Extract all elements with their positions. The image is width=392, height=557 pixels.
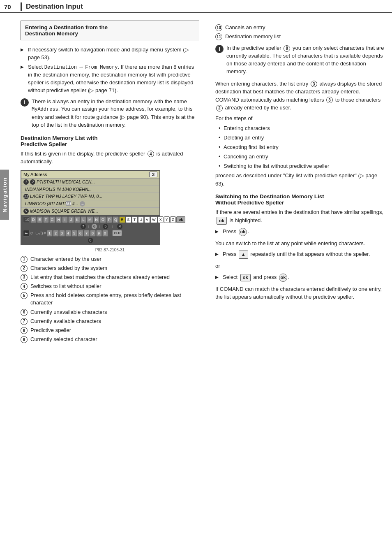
key-D: D <box>30 216 37 223</box>
key-5: 5 <box>71 230 77 237</box>
key-1: 1 <box>47 230 53 237</box>
speller-keypad: 10 D E F G H I J K L M <box>21 215 159 244</box>
section2-title: Destination Memory List withPredictive S… <box>21 135 199 147</box>
page-header: 70 Destination Input <box>0 0 392 13</box>
ok-circle-btn: ok <box>239 228 247 236</box>
legend-item-9: 9 Currently selected character <box>21 336 199 343</box>
legend-item-10: 10 Cancels an entry <box>215 24 385 31</box>
circle-8: 8 <box>284 45 290 52</box>
legend-item-1: 1 Character entered by the user <box>21 255 199 263</box>
ok-badge-1: ok <box>217 217 227 225</box>
section1-box: Entering a Destination from theDestinati… <box>21 21 199 40</box>
legend-item-5: 5 Press and hold deletes complete entry,… <box>21 292 199 306</box>
legend-item-11: 11 Destination memory list <box>215 33 385 40</box>
key-7: 7 <box>84 230 90 237</box>
key-9: 9 <box>96 230 102 237</box>
press-up-bullet: Press ▲ repeatedly until the list appear… <box>215 251 385 259</box>
ok-circle-btn-2: ok <box>279 274 287 282</box>
info-box-2: i In the predictive speller 8 you can on… <box>215 44 385 75</box>
key-V: V <box>144 216 150 223</box>
section1-bullet-list: If necessary switch to navigation mode a… <box>21 46 199 95</box>
step-2: Deleting an entry <box>218 134 385 142</box>
step-4: Canceling an entry <box>218 153 385 161</box>
key-S: S <box>126 216 131 223</box>
legend-item-3: 3 List entry that best matches the chara… <box>21 274 199 281</box>
circle-4: 4 <box>148 151 154 157</box>
key-E: E <box>37 216 43 223</box>
key-Z: Z <box>170 216 176 223</box>
up-arrow-btn: ▲ <box>239 251 248 259</box>
speller-list-item-1: 1 2 PTIST/ALTH MEDICAL CEN... <box>21 179 159 186</box>
section3-title: Switching to the Destination Memory List… <box>215 193 385 206</box>
legend-item-7: 7 Currently available characters <box>21 318 199 325</box>
section3-para2: You can switch to the list at any point … <box>215 239 385 248</box>
speller-list-item-2: INDIANAPOLIS IN 1840 KOEHN... <box>21 186 159 193</box>
section2-intro: If this list is given in the display, th… <box>21 150 199 166</box>
legend-item-4: 4 Switches to list without speller <box>21 283 199 290</box>
sidebar-nav-label: Navigation <box>0 169 9 220</box>
press-ok-bullet: Press ok. <box>215 228 385 236</box>
key-P: P <box>106 216 112 223</box>
key-I: I <box>62 216 68 223</box>
key-ok: ok <box>176 216 186 223</box>
info-text-1: There is always an entry in the destinat… <box>32 98 199 129</box>
key-U: U <box>138 216 144 223</box>
key-2: 2 <box>53 230 59 237</box>
section1-title: Entering a Destination from theDestinati… <box>25 24 195 37</box>
circle-3b: 3 <box>326 97 333 103</box>
speller-list-item-4: LINWOOD (ATLANTINJ 4... ... <box>21 200 159 208</box>
step-1: Entering characters <box>218 125 385 132</box>
key-W: W <box>150 216 157 223</box>
legend-item-6: 6 Currently unavailable characters <box>21 309 199 316</box>
or-line: or <box>215 262 385 270</box>
section3-para3: If COMAND can match the characters enter… <box>215 285 385 301</box>
key-clr: CLR <box>112 230 122 236</box>
legend-item-8: 8 Predictive speller <box>21 327 199 334</box>
key-K: K <box>74 216 80 223</box>
speller-diagram: My Address 3 1 2 PTIST/ALTH MEDICAL CEN.… <box>21 170 160 245</box>
key-T: T <box>132 216 138 223</box>
info-icon-1: i <box>21 98 29 107</box>
speller-list-item-3: 11 LACEY TWP NJ LACEY TWP-NJ, 0... <box>21 193 159 200</box>
key-4: 4 <box>65 230 71 237</box>
key-N: N <box>94 216 100 223</box>
left-column: Entering a Destination from theDestinati… <box>9 13 206 354</box>
section3-intro: If there are several entries in the dest… <box>215 208 385 224</box>
paragraph-1: When entering characters, the list entry… <box>215 80 385 112</box>
section3-bullet-1: Press ok. <box>215 228 385 236</box>
page-title: Destination Input <box>21 2 83 11</box>
section3-bullet-3: Select ok and press ok. <box>215 274 385 282</box>
key-0: 0 <box>102 230 108 237</box>
legend-list-right: 10 Cancels an entry 11 Destination memor… <box>215 24 385 40</box>
key-Y: Y <box>164 216 170 223</box>
key-8: 8 <box>90 230 96 237</box>
section3-bullet-2: Press ▲ repeatedly until the list appear… <box>215 251 385 259</box>
info-icon-2: i <box>215 45 224 53</box>
proceed-text: proceed as described under "City list wi… <box>215 172 385 188</box>
for-steps-label: For the steps of <box>215 114 385 123</box>
key-X: X <box>158 216 164 223</box>
key-M: M <box>87 216 93 223</box>
steps-list: Entering characters Deleting an entry Ac… <box>218 125 385 170</box>
key-L: L <box>81 216 86 223</box>
key-R: R <box>119 216 125 223</box>
select-ok-bullet: Select ok and press ok. <box>215 274 385 282</box>
speller-list-item-5: 9 MADISON SQUARE GRDEN WE... <box>21 208 159 215</box>
legend-item-2: 2 Characters added by the system <box>21 265 199 272</box>
key-H: H <box>56 216 62 223</box>
speller-address-bar: My Address 3 <box>21 171 159 179</box>
right-column: 10 Cancels an entry 11 Destination memor… <box>206 13 392 354</box>
key-6: 6 <box>78 230 83 237</box>
key-3: 3 <box>59 230 65 237</box>
key-J: J <box>68 216 74 223</box>
section1-info-box: i There is always an entry in the destin… <box>21 98 199 129</box>
circle-3a: 3 <box>311 81 317 87</box>
ok-badge-2: ok <box>240 274 251 281</box>
speller-caption: P82.87-2106-31 <box>21 248 199 252</box>
step-5: Switching to the list without predictive… <box>218 162 385 170</box>
key-O: O <box>100 216 106 223</box>
page-number: 70 <box>0 3 21 10</box>
step-3: Accepting first list entry <box>218 144 385 151</box>
info-text-2: In the predictive speller 8 you can only… <box>226 44 385 75</box>
bullet-item-1: If necessary switch to navigation mode a… <box>21 46 199 62</box>
